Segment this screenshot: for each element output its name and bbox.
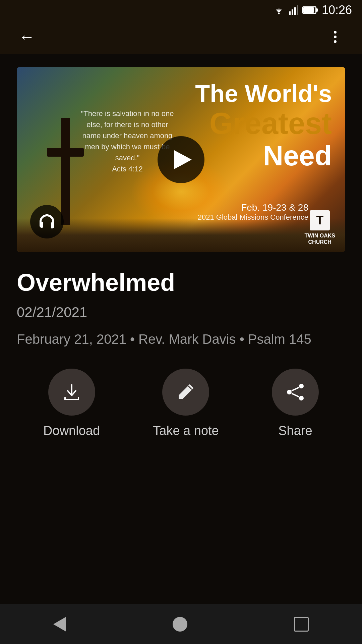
church-logo: T TWIN OAKSCHURCH: [304, 210, 335, 245]
nav-home-button[interactable]: [173, 617, 187, 632]
conference-name: 2021 Global Missions Conference: [198, 213, 308, 222]
status-bar: 10:26: [0, 0, 362, 20]
nav-recent-button[interactable]: [294, 617, 309, 632]
share-label: Share: [278, 424, 312, 438]
conference-date: Feb. 19-23 & 28: [198, 202, 308, 213]
nav-back-button[interactable]: [53, 617, 66, 632]
play-icon: [174, 150, 192, 169]
signal-icon: [289, 5, 298, 15]
sermon-details: February 21, 2021 • Rev. Mark Davis • Ps…: [17, 330, 345, 348]
svg-rect-1: [289, 11, 291, 15]
thumbnail-title: The World's Greatest Need: [195, 80, 332, 171]
download-icon: [62, 382, 82, 402]
church-logo-letter: T: [316, 213, 323, 227]
svg-point-9: [287, 390, 292, 394]
top-nav: ←: [0, 20, 362, 54]
title-line1: The World's: [195, 80, 332, 107]
share-circle: [272, 369, 319, 416]
play-button[interactable]: [158, 136, 204, 183]
headphones-button[interactable]: [30, 205, 64, 238]
more-options-button[interactable]: [322, 23, 349, 50]
wifi-icon: [273, 5, 285, 15]
svg-point-8: [299, 384, 304, 388]
headphones-icon: [38, 212, 56, 231]
back-arrow-icon: ←: [19, 29, 35, 45]
status-time: 10:26: [322, 3, 352, 17]
svg-rect-4: [297, 5, 298, 15]
status-icons: [273, 5, 316, 15]
take-note-action[interactable]: Take a note: [153, 369, 219, 438]
svg-point-6: [334, 36, 337, 38]
take-note-label: Take a note: [153, 424, 219, 438]
more-dots-icon: [327, 29, 343, 45]
conference-info: Feb. 19-23 & 28 2021 Global Missions Con…: [198, 202, 308, 222]
svg-point-7: [334, 40, 337, 43]
title-line3: Need: [195, 140, 332, 171]
svg-line-12: [292, 393, 299, 397]
bottom-nav: [0, 604, 362, 644]
download-action[interactable]: Download: [43, 369, 100, 438]
svg-rect-3: [294, 7, 296, 15]
back-button[interactable]: ←: [13, 23, 40, 50]
svg-point-10: [299, 396, 304, 400]
sermon-content: Overwhelmed 02/21/2021 February 21, 2021…: [0, 252, 362, 604]
title-line2: Greatest: [195, 107, 332, 140]
verse-ref: Acts 4:12: [112, 165, 143, 173]
church-logo-mark: T: [310, 210, 330, 230]
church-name: TWIN OAKSCHURCH: [304, 232, 335, 245]
download-label: Download: [43, 424, 100, 438]
share-icon: [285, 382, 305, 402]
take-note-circle: [162, 369, 209, 416]
download-circle: [48, 369, 95, 416]
svg-line-11: [292, 387, 299, 391]
svg-point-5: [334, 31, 337, 34]
pencil-icon: [176, 382, 196, 402]
share-action[interactable]: Share: [272, 369, 319, 438]
sermon-title: Overwhelmed: [17, 269, 345, 296]
sermon-date-short: 02/21/2021: [17, 304, 345, 320]
battery-icon: [302, 6, 316, 14]
svg-rect-2: [292, 9, 293, 15]
action-buttons: Download Take a note: [17, 369, 345, 438]
sermon-thumbnail: The World's Greatest Need "There is salv…: [17, 67, 345, 252]
svg-point-0: [278, 13, 280, 14]
